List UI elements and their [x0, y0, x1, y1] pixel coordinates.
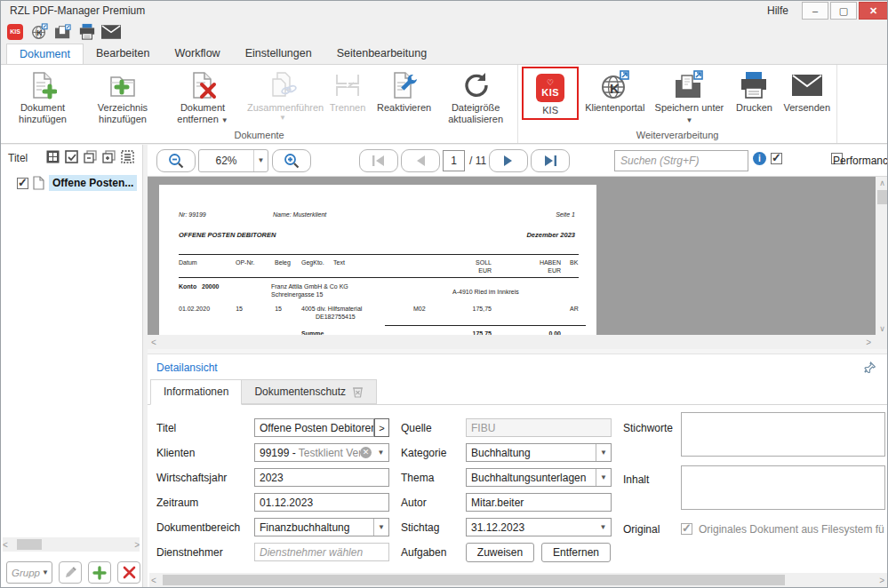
page-number-input[interactable]: 1	[443, 150, 465, 171]
delete-group-button[interactable]	[117, 561, 140, 584]
search-input[interactable]	[614, 150, 748, 171]
klientenportal-button[interactable]: K Klientenportal	[580, 67, 649, 115]
tree-header-label: Titel	[8, 152, 28, 164]
collapse-all-icon[interactable]	[83, 149, 98, 164]
document-add-icon	[28, 70, 58, 100]
thumbnail-view-icon[interactable]	[45, 149, 60, 164]
scroll-thumb[interactable]	[877, 190, 887, 204]
dropdown-caret-icon[interactable]: ▼	[596, 523, 611, 532]
send-quick-icon[interactable]	[101, 22, 121, 41]
kis-quick-icon[interactable]: KIS	[5, 22, 25, 41]
thema-combobox[interactable]: Buchhaltungsunterlagen ▼	[466, 468, 612, 487]
pdf-col: Text	[333, 259, 345, 266]
kategorie-label: Kategorie	[401, 447, 446, 459]
inhalt-textarea[interactable]	[681, 465, 885, 510]
search-option-checkbox-checked[interactable]	[771, 153, 782, 164]
tab-einstellungen[interactable]: Einstellungen	[233, 44, 324, 64]
kis-button[interactable]: ♡KIS KIS	[525, 69, 575, 117]
tab-bearbeiten[interactable]: Bearbeiten	[84, 44, 162, 64]
dropdown-caret-icon[interactable]: ▼	[596, 469, 611, 486]
tree-item-checkbox-checked[interactable]	[17, 178, 28, 189]
autor-input[interactable]: Mitar.beiter	[466, 493, 612, 512]
tab-dokumentenschutz[interactable]: Dokumentenschutz	[242, 379, 377, 404]
dropdown-caret-icon[interactable]: ▼	[373, 519, 388, 536]
last-page-button[interactable]	[531, 149, 570, 172]
versenden-button[interactable]: Versenden	[779, 67, 835, 115]
entfernen-button[interactable]: Entfernen	[541, 543, 611, 562]
add-group-button[interactable]	[88, 561, 111, 584]
scroll-left-icon[interactable]: <	[3, 540, 8, 550]
scroll-right-icon[interactable]: >	[879, 576, 887, 585]
dokument-entfernen-button[interactable]: Dokument entfernen ▼	[163, 67, 243, 126]
edit-group-button[interactable]	[59, 561, 82, 584]
drucken-button[interactable]: Drucken	[729, 67, 779, 115]
zuweisen-button[interactable]: Zuweisen	[466, 543, 534, 562]
scroll-thumb[interactable]	[163, 575, 785, 585]
dropdown-caret-icon[interactable]: ▼	[373, 449, 388, 457]
verzeichnis-hinzufuegen-button[interactable]: Verzeichnis hinzufügen	[83, 67, 163, 126]
dateigroesse-aktualisieren-button[interactable]: Dateigröße aktualisieren	[436, 67, 516, 126]
print-quick-icon[interactable]	[77, 22, 97, 41]
viewer-horizontal-scrollbar[interactable]: < >	[148, 335, 888, 349]
dropdown-caret-icon[interactable]: ▼	[253, 150, 268, 171]
tab-dokument[interactable]: Dokument	[6, 44, 84, 64]
dienstnehmer-label: Dienstnehmer	[156, 546, 223, 559]
kategorie-combobox[interactable]: Buchhaltung ▼	[466, 443, 612, 462]
dokument-hinzufuegen-button[interactable]: Dokument hinzufügen	[3, 67, 83, 126]
list-view-icon[interactable]	[120, 149, 135, 164]
reaktivieren-button[interactable]: Reaktivieren	[372, 67, 436, 115]
speichern-unter-button[interactable]: Speichern unter ▼	[649, 67, 729, 126]
merge-icon	[268, 70, 298, 100]
tree-horizontal-scrollbar[interactable]: < >	[3, 537, 140, 552]
pdf-cell: 4005 div. Hilfsmaterial	[301, 306, 362, 312]
dienstnehmer-input[interactable]: Dienstnehmer wählen	[254, 543, 389, 561]
scroll-right-icon[interactable]: >	[134, 540, 140, 550]
scroll-up-icon[interactable]: ∧	[879, 177, 885, 187]
stichworte-textarea[interactable]	[681, 412, 885, 457]
details-horizontal-scrollbar[interactable]: < >	[149, 573, 887, 587]
scroll-down-icon[interactable]: ∨	[879, 324, 885, 335]
expand-all-icon[interactable]	[101, 149, 116, 164]
group-combobox[interactable]: Grupp ▼	[6, 561, 52, 584]
pdf-col: GegKto.	[301, 259, 324, 266]
tab-seitenbearbeitung[interactable]: Seitenbearbeitung	[324, 44, 439, 64]
scroll-left-icon[interactable]: <	[149, 576, 156, 585]
info-icon[interactable]: i	[753, 152, 766, 165]
pdf-page: Nr: 99199 Name: Musterklient Seite 1 OFF…	[159, 185, 596, 335]
wirtschaftsjahr-input[interactable]: 2023	[254, 468, 389, 487]
pdf-konto-name: Franz Attila GmbH & Co KG	[271, 283, 348, 290]
close-button[interactable]: ✕	[859, 2, 888, 20]
scroll-thumb[interactable]	[17, 539, 42, 550]
viewer-vertical-scrollbar[interactable]: ∧ ∨	[876, 177, 888, 335]
zoom-out-button[interactable]	[156, 149, 196, 172]
x-icon	[123, 566, 136, 579]
dropdown-caret-icon[interactable]: ▼	[596, 444, 611, 461]
klientenportal-quick-icon[interactable]: K	[29, 22, 49, 41]
tree-item-offene-posten[interactable]: Offene Posten...	[17, 175, 137, 191]
zoom-level-combobox[interactable]: 62% ▼	[198, 149, 268, 172]
scroll-left-icon[interactable]: <	[148, 338, 156, 347]
maximize-button[interactable]: ▢	[830, 2, 857, 20]
tab-workflow[interactable]: Workflow	[162, 44, 232, 64]
scroll-right-icon[interactable]: >	[866, 338, 888, 347]
tab-informationen[interactable]: Informationen	[150, 379, 242, 405]
save-as-quick-icon[interactable]	[53, 22, 73, 41]
minimize-button[interactable]: –	[802, 2, 828, 20]
zoom-in-button[interactable]	[272, 149, 311, 172]
pdf-viewer[interactable]: Nr: 99199 Name: Musterklient Seite 1 OFF…	[148, 177, 888, 335]
select-all-icon[interactable]	[64, 149, 79, 164]
next-page-button[interactable]	[489, 149, 528, 172]
pdf-col: SOLL	[452, 259, 492, 266]
pdf-name: Name: Musterklient	[273, 211, 326, 218]
pin-icon[interactable]	[864, 362, 876, 373]
titel-input[interactable]: Offene Posten Debitoren	[254, 418, 374, 437]
clear-icon[interactable]: ✕	[360, 447, 372, 458]
klienten-combobox[interactable]: 99199 - Testklient Ver ✕ ▼	[254, 443, 389, 462]
dropdown-caret-icon: ▼	[221, 116, 228, 124]
stichworte-label: Stichworte	[623, 422, 673, 434]
help-menu[interactable]: Hilfe	[767, 4, 788, 17]
zeitraum-input[interactable]: 01.12.2023	[254, 493, 389, 512]
stichtag-datepicker[interactable]: 31.12.2023 ▼	[466, 518, 612, 536]
titel-expand-button[interactable]: >	[374, 418, 389, 437]
dokumentbereich-combobox[interactable]: Finanzbuchhaltung ▼	[254, 518, 389, 536]
